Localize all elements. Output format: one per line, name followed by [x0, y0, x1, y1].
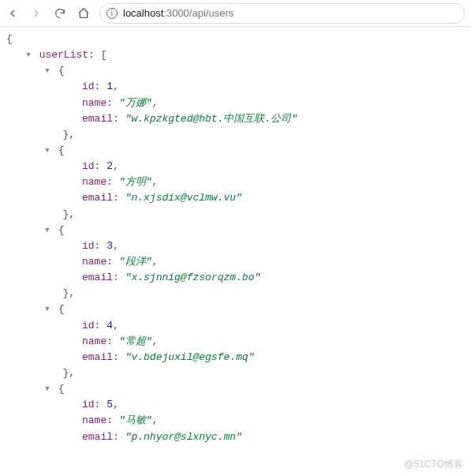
reload-icon[interactable] — [54, 7, 66, 20]
userlist-key-line[interactable]: ▾ userList: [ — [6, 47, 471, 63]
info-icon[interactable]: i — [107, 8, 118, 19]
home-icon[interactable] — [77, 7, 90, 20]
object-open[interactable]: ▾ { — [6, 381, 471, 397]
field-name: name: "段洋", — [6, 254, 471, 270]
field-name: name: "万娜", — [6, 96, 471, 111]
open-brace: { — [6, 33, 13, 45]
object-close: }, — [6, 207, 471, 223]
object-close: }, — [6, 127, 471, 143]
object-close: }, — [6, 365, 471, 381]
object-open[interactable]: ▾ { — [6, 63, 471, 79]
watermark: @51CTO博客 — [404, 458, 463, 471]
url-text: localhost:3000/api/users — [123, 7, 234, 19]
collapse-icon[interactable]: ▾ — [44, 381, 50, 397]
json-viewer: { ▾ userList: [ ▾ {id: 1,name: "万娜",emai… — [0, 27, 471, 445]
object-open[interactable]: ▾ { — [6, 223, 471, 238]
field-email: email: "w.kpzkgted@hbt.中国互联.公司" — [6, 111, 471, 127]
field-id: id: 4, — [6, 318, 471, 334]
collapse-icon[interactable]: ▾ — [44, 63, 50, 79]
object-open[interactable]: ▾ { — [6, 302, 471, 317]
field-name: name: "方明", — [6, 174, 471, 190]
forward-icon[interactable] — [30, 7, 43, 20]
object-open[interactable]: ▾ { — [6, 143, 471, 159]
field-email: email: "x.sjnnig@fzsorqzm.bo" — [6, 270, 471, 286]
field-name: name: "常超", — [6, 334, 471, 350]
field-id: id: 5, — [6, 397, 471, 413]
back-icon[interactable] — [6, 7, 19, 20]
collapse-icon[interactable]: ▾ — [44, 143, 50, 159]
field-email: email: "p.nhyor@slxnyc.mn" — [6, 429, 471, 445]
collapse-icon[interactable]: ▾ — [44, 302, 50, 317]
browser-toolbar: i localhost:3000/api/users — [0, 0, 471, 27]
url-bar[interactable]: i localhost:3000/api/users — [99, 3, 465, 24]
field-id: id: 1, — [6, 79, 471, 95]
nav-icons — [6, 7, 90, 20]
field-name: name: "马敏", — [6, 413, 471, 429]
collapse-icon[interactable]: ▾ — [44, 223, 50, 238]
field-email: email: "v.bdejuxil@egsfe.mq" — [6, 350, 471, 365]
object-close: }, — [6, 286, 471, 302]
field-email: email: "n.xjsdix@vclmw.vu" — [6, 190, 471, 206]
field-id: id: 2, — [6, 159, 471, 174]
field-id: id: 3, — [6, 238, 471, 254]
collapse-icon[interactable]: ▾ — [25, 47, 32, 63]
